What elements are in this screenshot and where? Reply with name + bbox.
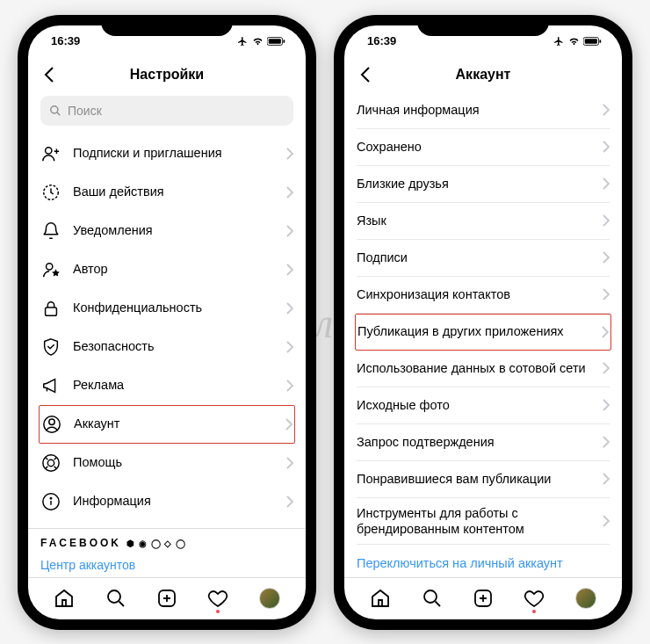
row-share-other-apps[interactable]: Публикация в других приложениях bbox=[355, 314, 611, 351]
row-captions[interactable]: Подписи bbox=[357, 240, 610, 277]
avatar-icon bbox=[259, 588, 280, 609]
row-label: Подписки и приглашения bbox=[73, 145, 275, 161]
row-label: Уведомления bbox=[73, 222, 275, 238]
search-icon bbox=[105, 588, 126, 609]
page-title: Аккаунт bbox=[344, 67, 622, 83]
chevron-right-icon bbox=[286, 302, 293, 315]
row-contacts-sync[interactable]: Синхронизация контактов bbox=[357, 277, 610, 314]
heart-icon bbox=[207, 588, 228, 609]
row-language[interactable]: Язык bbox=[357, 203, 610, 240]
row-personal-info[interactable]: Личная информация bbox=[357, 92, 610, 129]
row-label: Информация bbox=[73, 493, 275, 509]
tab-profile[interactable] bbox=[258, 587, 281, 610]
row-label: Подписи bbox=[357, 250, 591, 265]
chevron-right-icon bbox=[603, 141, 610, 153]
status-time: 16:39 bbox=[51, 34, 80, 47]
svg-point-10 bbox=[43, 454, 59, 470]
svg-point-19 bbox=[424, 590, 437, 603]
tab-activity[interactable] bbox=[206, 587, 229, 610]
page-title: Настройки bbox=[28, 67, 306, 83]
svg-rect-2 bbox=[283, 40, 285, 43]
plus-square-icon bbox=[473, 588, 494, 609]
svg-point-11 bbox=[47, 459, 54, 466]
chevron-right-icon bbox=[286, 457, 293, 469]
tab-new[interactable] bbox=[472, 587, 495, 610]
search-input[interactable]: Поиск bbox=[40, 96, 293, 126]
chevron-right-icon bbox=[286, 186, 293, 199]
row-privacy[interactable]: Конфиденциальность bbox=[40, 289, 293, 328]
avatar-icon bbox=[575, 588, 596, 609]
row-label: Ваши действия bbox=[73, 184, 275, 199]
svg-rect-1 bbox=[269, 39, 281, 43]
tab-profile[interactable] bbox=[574, 587, 597, 610]
chevron-right-icon bbox=[603, 473, 610, 485]
row-label: Реклама bbox=[73, 377, 275, 393]
person-plus-icon bbox=[40, 144, 61, 163]
row-label: Помощь bbox=[73, 454, 275, 470]
row-help[interactable]: Помощь bbox=[40, 444, 293, 482]
row-close-friends[interactable]: Близкие друзья bbox=[357, 166, 610, 203]
clock-icon bbox=[40, 183, 61, 202]
row-label: Понравившиеся вам публикации bbox=[357, 471, 591, 487]
chevron-right-icon bbox=[603, 288, 610, 300]
account-icon bbox=[41, 415, 62, 434]
row-creator[interactable]: Автор bbox=[40, 250, 293, 289]
chevron-right-icon bbox=[286, 341, 293, 353]
row-saved[interactable]: Сохранено bbox=[357, 129, 610, 166]
chevron-right-icon bbox=[286, 496, 293, 508]
chevron-right-icon bbox=[286, 225, 293, 237]
row-label: Автор bbox=[73, 261, 275, 277]
chevron-right-icon bbox=[286, 380, 293, 392]
tab-activity[interactable] bbox=[523, 587, 545, 610]
back-button[interactable] bbox=[355, 64, 376, 85]
row-verification[interactable]: Запрос подтверждения bbox=[357, 424, 610, 461]
notif-dot bbox=[216, 610, 220, 613]
header: Настройки bbox=[28, 57, 306, 92]
header: Аккаунт bbox=[344, 57, 622, 92]
row-info[interactable]: Информация bbox=[40, 482, 293, 521]
row-ads[interactable]: Реклама bbox=[40, 366, 293, 405]
tab-home[interactable] bbox=[53, 587, 76, 610]
screen-left: 16:39 Настройки Поиск Подписки и приглаш… bbox=[28, 25, 306, 619]
row-original-photos[interactable]: Исходные фото bbox=[357, 387, 610, 424]
link-label: Переключиться на личный аккаунт bbox=[357, 555, 610, 571]
notch bbox=[101, 15, 233, 36]
wifi-icon bbox=[251, 36, 264, 47]
back-button[interactable] bbox=[39, 64, 60, 85]
row-cellular-data[interactable]: Использование данных в сотовой сети bbox=[357, 351, 610, 387]
megaphone-icon bbox=[40, 376, 61, 395]
row-notifications[interactable]: Уведомления bbox=[40, 212, 293, 250]
content-right[interactable]: Личная информация Сохранено Близкие друз… bbox=[344, 92, 622, 577]
row-subscriptions[interactable]: Подписки и приглашения bbox=[40, 134, 293, 173]
row-security[interactable]: Безопасность bbox=[40, 328, 293, 366]
row-activity[interactable]: Ваши действия bbox=[40, 173, 293, 212]
tab-search[interactable] bbox=[421, 587, 444, 610]
notif-dot bbox=[532, 610, 536, 613]
row-account[interactable]: Аккаунт bbox=[39, 405, 295, 444]
search-icon bbox=[422, 588, 443, 609]
row-branded-content[interactable]: Инструменты для работы с брендированным … bbox=[357, 498, 610, 545]
switch-personal-link[interactable]: Переключиться на личный аккаунт bbox=[357, 545, 610, 577]
row-label: Использование данных в сотовой сети bbox=[357, 360, 591, 376]
chevron-right-icon bbox=[603, 214, 610, 227]
star-person-icon bbox=[40, 260, 61, 279]
plus-square-icon bbox=[156, 588, 177, 609]
heart-icon bbox=[524, 588, 545, 609]
tabbar bbox=[344, 577, 622, 619]
search-placeholder: Поиск bbox=[68, 104, 102, 118]
wifi-icon bbox=[567, 36, 581, 47]
row-label: Безопасность bbox=[73, 338, 275, 354]
status-icons bbox=[552, 36, 603, 47]
tab-home[interactable] bbox=[369, 587, 392, 610]
chevron-right-icon bbox=[603, 399, 610, 411]
row-liked-posts[interactable]: Понравившиеся вам публикации bbox=[357, 461, 610, 498]
airplane-icon bbox=[552, 36, 565, 47]
tab-new[interactable] bbox=[155, 587, 178, 610]
chevron-right-icon bbox=[285, 418, 292, 431]
accounts-center-link[interactable]: Центр аккаунтов bbox=[40, 558, 293, 572]
svg-rect-17 bbox=[585, 39, 597, 43]
divider bbox=[28, 528, 306, 529]
phone-left: 16:39 Настройки Поиск Подписки и приглаш… bbox=[18, 15, 316, 630]
tab-search[interactable] bbox=[105, 587, 127, 610]
content-left[interactable]: Поиск Подписки и приглашения Ваши действ… bbox=[28, 92, 306, 577]
